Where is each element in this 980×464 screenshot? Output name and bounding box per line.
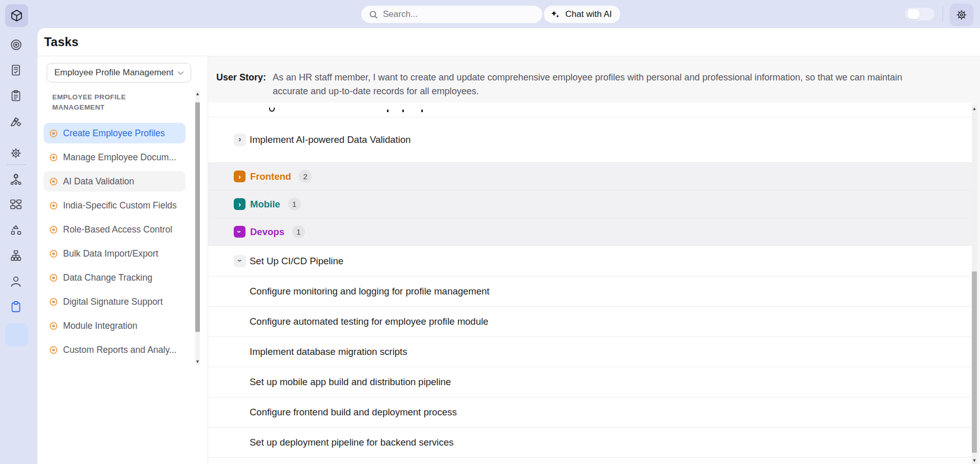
task-row[interactable]: Set up deployment pipeline for backend s… — [208, 428, 972, 458]
clipped-text-fragment — [421, 110, 423, 112]
chevron-down-icon: › — [236, 230, 243, 233]
group-count-badge: 2 — [299, 170, 312, 183]
task-row[interactable]: Implement database migration scripts — [208, 337, 972, 367]
bullseye-icon — [50, 130, 57, 137]
bullseye-icon — [50, 178, 57, 185]
group-row[interactable]: ›Frontend2 — [208, 163, 972, 191]
settings-button[interactable] — [950, 4, 973, 26]
group-label: Devops — [250, 226, 284, 238]
search-icon — [369, 10, 378, 19]
sidebar-item-manage-employee-docum[interactable]: Manage Employee Docum... — [44, 147, 186, 167]
bullseye-icon — [50, 322, 57, 330]
sidebar-item-digital-signature-support[interactable]: Digital Signature Support — [44, 291, 186, 312]
rail-item-tasks-active[interactable] — [8, 299, 24, 314]
task-table: ›Implement AI-powered Data Validation›Fr… — [208, 102, 972, 464]
sparkles-icon: ✦ ✦ — [550, 9, 561, 20]
sidebar-item-india-specific-custom-fields[interactable]: India-Specific Custom Fields — [44, 195, 186, 216]
expand-toggle-button[interactable]: › — [234, 255, 246, 267]
sidebar-item-label: India-Specific Custom Fields — [63, 200, 177, 211]
sidebar-scrollbar[interactable]: ▲ ▼ — [195, 90, 200, 365]
rail-item-components[interactable] — [8, 222, 24, 238]
rail-item-ai-settings[interactable] — [8, 171, 24, 186]
main-scrollbar-thumb[interactable] — [972, 271, 977, 453]
project-selector-dropdown[interactable]: Employee Profile Management — [47, 63, 191, 82]
rail-item-org-structure[interactable] — [8, 248, 24, 263]
chevron-right-icon: › — [238, 135, 241, 143]
group-row[interactable]: ›Mobile1 — [208, 191, 972, 218]
user-icon — [9, 275, 23, 288]
task-row[interactable]: Configure frontend build and deployment … — [208, 397, 972, 428]
bullseye-icon — [50, 226, 57, 234]
target-icon — [9, 38, 23, 52]
document-check-icon — [9, 64, 23, 77]
rail-item-workflows[interactable] — [8, 197, 24, 212]
rail-item-settings[interactable] — [8, 145, 24, 161]
task-title: Configure monitoring and logging for pro… — [250, 286, 489, 297]
theme-toggle[interactable] — [905, 8, 934, 20]
project-selector-value: Employee Profile Management — [54, 68, 173, 78]
group-label: Mobile — [250, 199, 280, 210]
rail-item-design[interactable] — [8, 114, 24, 129]
sidebar-item-create-employee-profiles[interactable]: Create Employee Profiles — [44, 123, 186, 143]
scroll-up-arrow[interactable]: ▲ — [972, 106, 977, 111]
rail-item-tasks-board[interactable] — [8, 88, 24, 103]
group-count-badge: 1 — [288, 198, 301, 210]
sidebar-scrollbar-thumb[interactable] — [195, 102, 200, 332]
user-story: User Story: As an HR staff member, I wan… — [216, 71, 931, 98]
sidebar-section-header: EMPLOYEE PROFILE MANAGEMENT — [52, 92, 168, 113]
bullseye-icon — [50, 298, 57, 306]
sidebar-item-label: Manage Employee Docum... — [63, 152, 176, 163]
sidebar-item-custom-reports-and-analy[interactable]: Custom Reports and Analy... — [44, 340, 186, 360]
scroll-down-arrow[interactable]: ▼ — [195, 359, 200, 364]
rail-item-notes[interactable] — [8, 62, 24, 78]
cube-icon — [10, 9, 24, 23]
bullseye-icon — [50, 274, 57, 282]
task-row[interactable]: Set up mobile app build and distribution… — [208, 367, 972, 397]
sidebar-item-label: Role-Based Access Control — [63, 224, 172, 235]
chevron-right-icon: › — [238, 200, 241, 208]
scroll-down-arrow[interactable]: ▼ — [972, 458, 977, 463]
task-title: Set up deployment pipeline for backend s… — [250, 437, 454, 448]
sidebar-item-label: Custom Reports and Analy... — [63, 345, 176, 355]
task-title: Set Up CI/CD Pipeline — [250, 256, 343, 267]
task-row[interactable]: ›Implement AI-powered Data Validation — [208, 117, 972, 163]
icon-rail — [0, 28, 37, 464]
task-title: Set up mobile app build and distribution… — [250, 376, 451, 388]
ai-gear-network-icon — [9, 172, 23, 185]
bullseye-icon — [50, 250, 57, 258]
group-label: Frontend — [250, 171, 291, 182]
expand-toggle-button[interactable]: › — [234, 134, 246, 146]
scroll-up-arrow[interactable]: ▲ — [195, 91, 200, 96]
sidebar-item-label: Create Employee Profiles — [63, 128, 165, 139]
partially-scrolled-row[interactable] — [208, 102, 972, 117]
gear-icon — [955, 9, 968, 21]
group-expand-chip[interactable]: › — [234, 198, 246, 210]
group-expand-chip[interactable]: › — [234, 171, 246, 182]
chat-with-ai-label: Chat with AI — [565, 9, 612, 19]
search-bar[interactable] — [361, 6, 542, 23]
clipboard-icon — [9, 300, 23, 313]
group-count-badge: 1 — [292, 225, 305, 238]
sidebar-item-bulk-data-import-export[interactable]: Bulk Data Import/Export — [44, 243, 186, 264]
search-input[interactable] — [383, 9, 535, 19]
rail-item-target[interactable] — [8, 37, 24, 52]
bullseye-icon — [50, 202, 57, 209]
group-expand-chip[interactable]: › — [234, 226, 246, 238]
task-row[interactable]: ›Set Up CI/CD Pipeline — [208, 246, 972, 277]
sidebar-item-module-integration[interactable]: Module Integration — [44, 315, 186, 336]
chevron-down-icon — [176, 69, 185, 77]
page-header: Tasks — [37, 28, 980, 56]
chat-with-ai-button[interactable]: ✦ ✦ Chat with AI — [544, 6, 620, 23]
task-row[interactable]: Configure automated testing for employee… — [208, 307, 972, 337]
sidebar-item-data-change-tracking[interactable]: Data Change Tracking — [44, 267, 186, 288]
task-title: Implement database migration scripts — [250, 346, 407, 357]
app-logo[interactable] — [5, 4, 28, 27]
topbar-divider — [943, 7, 943, 22]
task-row[interactable]: Configure monitoring and logging for pro… — [208, 277, 972, 307]
main-scrollbar[interactable]: ▲ ▼ — [972, 105, 977, 464]
sidebar-item-label: Data Change Tracking — [63, 272, 152, 283]
rail-item-profile[interactable] — [8, 273, 24, 289]
group-row[interactable]: ›Devops1 — [208, 218, 972, 246]
sidebar-item-role-based-access-control[interactable]: Role-Based Access Control — [44, 219, 186, 240]
sidebar-item-ai-data-validation[interactable]: AI Data Validation — [44, 171, 186, 192]
